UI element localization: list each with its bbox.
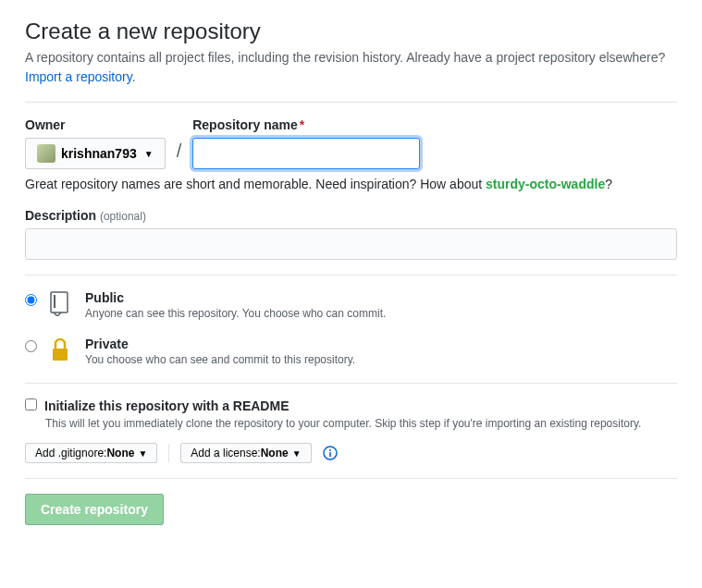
owner-username: krishnan793 <box>61 146 137 161</box>
name-hint: Great repository names are short and mem… <box>25 177 677 191</box>
svg-rect-0 <box>51 292 68 312</box>
divider <box>25 383 677 384</box>
svg-rect-1 <box>54 295 55 308</box>
import-link[interactable]: Import a repository <box>25 69 132 84</box>
svg-rect-5 <box>329 452 331 457</box>
divider-vertical <box>168 444 169 462</box>
chevron-down-icon: ▼ <box>138 448 147 459</box>
repo-icon <box>48 290 74 319</box>
svg-rect-2 <box>53 349 68 361</box>
private-desc: You choose who can see and commit to thi… <box>85 353 355 366</box>
divider <box>25 478 677 479</box>
gitignore-select[interactable]: Add .gitignore: None ▼ <box>25 443 157 463</box>
repo-name-input[interactable] <box>192 138 420 169</box>
public-radio[interactable] <box>25 294 37 306</box>
readme-title: Initialize this repository with a README <box>44 398 289 413</box>
license-select[interactable]: Add a license: None ▼ <box>180 443 311 463</box>
chevron-down-icon: ▼ <box>144 149 154 159</box>
info-icon[interactable] <box>323 446 338 460</box>
avatar <box>37 144 55 163</box>
readme-checkbox[interactable] <box>25 398 37 410</box>
create-repository-button[interactable]: Create repository <box>25 494 164 525</box>
page-title: Create a new repository <box>25 18 677 44</box>
svg-point-4 <box>329 449 331 451</box>
private-radio[interactable] <box>25 340 37 352</box>
readme-desc: This will let you immediately clone the … <box>45 417 677 430</box>
public-desc: Anyone can see this repository. You choo… <box>85 307 386 320</box>
owner-label: Owner <box>25 117 166 132</box>
slash-separator: / <box>173 141 186 169</box>
chevron-down-icon: ▼ <box>292 448 302 459</box>
page-subtitle: A repository contains all project files,… <box>25 48 677 87</box>
name-suggestion[interactable]: sturdy-octo-waddle <box>486 177 605 191</box>
description-input[interactable] <box>25 228 677 260</box>
divider <box>25 275 677 276</box>
divider <box>25 102 677 103</box>
description-label: Description (optional) <box>25 208 677 223</box>
private-title: Private <box>85 337 355 351</box>
public-title: Public <box>85 290 386 305</box>
lock-icon <box>48 337 74 365</box>
repo-name-label: Repository name* <box>192 117 420 132</box>
owner-select[interactable]: krishnan793 ▼ <box>25 138 166 169</box>
